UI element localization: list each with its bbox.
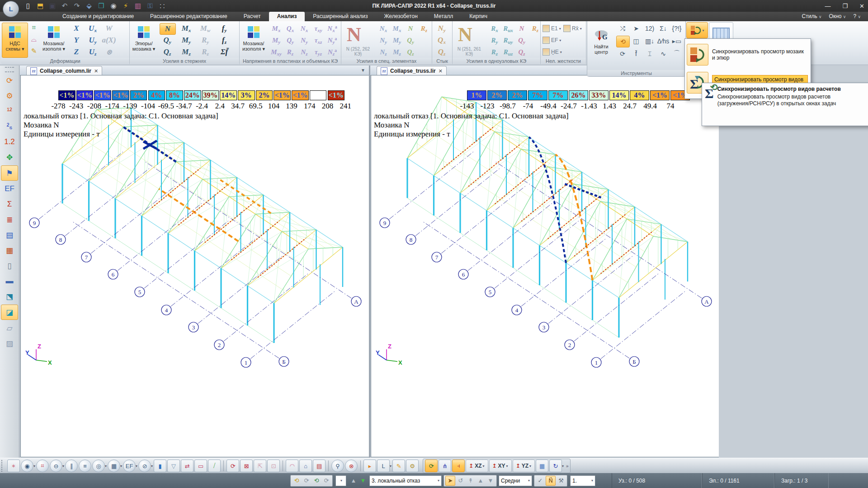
cursor-mode-icon[interactable]: ➤ (445, 476, 455, 486)
menu-right-Стиль[interactable]: Стиль ∨ (799, 12, 825, 21)
ribbon-letter-Mxy[interactable]: Mxy (269, 47, 284, 57)
history-fwd-icon[interactable]: ⟳ (322, 476, 331, 485)
node-numbers-icon[interactable]: ¹² (1, 104, 18, 118)
zoom-in-icon[interactable]: ⚲ (331, 460, 344, 472)
empty-combo[interactable]: ▾ (335, 475, 346, 486)
rotate-view-button[interactable]: ⟳ (425, 460, 438, 472)
ribbon-letter-Nz[interactable]: Nz (297, 47, 312, 57)
delta-hs-icon[interactable]: Δ⁄hs (657, 36, 670, 47)
view-xz-button[interactable]: ↥XZ ▾ (466, 460, 488, 472)
ribbon-letter-Qy[interactable]: Qy (403, 35, 418, 46)
foundation-icon[interactable]: ⌶ (643, 48, 656, 59)
pale-frame-icon[interactable]: ⇱ (254, 460, 266, 472)
big-n-button[interactable]: N (347, 25, 361, 45)
select-target-icon[interactable]: ◉ (21, 460, 33, 472)
ribbon-letter-Qy[interactable]: Qy (514, 35, 529, 46)
values-display-icon[interactable]: 1.2 (1, 135, 18, 149)
interaction-curve-icon[interactable]: ∿ (657, 48, 670, 59)
ribbon-letter-Mz[interactable]: Mz (389, 47, 405, 57)
ribbon-letter-My[interactable]: My (179, 35, 194, 46)
load-case-combo[interactable]: 3. локальный отказ▾ (369, 475, 442, 486)
extrude-icon[interactable]: ⬔ (1, 289, 18, 304)
isometric-view-button[interactable]: ⋔ (439, 460, 451, 472)
cursor-pick-icon[interactable]: ➤ (630, 23, 642, 34)
ribbon-letter-Uy[interactable]: Uy (85, 35, 100, 46)
blue-frame-icon[interactable]: ⌂ (299, 460, 312, 472)
sum-display-icon[interactable]: Σ (1, 197, 18, 211)
ribbon-letter-Ry[interactable]: Ry (487, 35, 502, 46)
brush-icon[interactable]: ⧸ (208, 460, 221, 472)
pencil-icon[interactable]: ✎ (392, 460, 405, 472)
close-button[interactable]: ✕ (859, 3, 864, 9)
tab-close-icon[interactable]: ✕ (439, 68, 443, 74)
ribbon-letter-N[interactable]: N (403, 23, 418, 34)
ribbon-letter-Nx[interactable]: Nx (376, 23, 391, 34)
block-3d-icon[interactable]: ▮ (154, 460, 166, 472)
ribbon-letter-Qy[interactable]: Qy (283, 35, 298, 46)
ribbon-letter-Ny[interactable]: Ny (434, 23, 449, 34)
brick-icon[interactable]: ▦ (1, 243, 18, 258)
ribbon-letter-Σf̄[interactable]: Σf̄ (217, 47, 232, 57)
sync-views-button[interactable]: ▾ (686, 22, 708, 38)
snapshot-icon[interactable]: ◉ (109, 1, 118, 10)
new-document-icon[interactable]: ▯ (24, 1, 33, 10)
ribbon-letter-Ruz[interactable]: Ruz (500, 47, 516, 57)
select-pen-icon-dropdown[interactable]: ▾ (151, 464, 153, 468)
animation-icon[interactable]: ▸▭ (670, 36, 683, 47)
document-tab[interactable]: 22Collapse_column.lir✕ (26, 66, 102, 75)
girder-icon[interactable]: ▬ (1, 274, 18, 288)
apply-check-icon[interactable]: ✓ (536, 476, 545, 485)
ribbon-letter-⊗[interactable]: ⊗ (101, 47, 117, 57)
ribbon-letter-Mw[interactable]: Mw (198, 23, 213, 34)
orbit-dropdown[interactable]: ▾ (562, 464, 564, 468)
zoom-cancel-icon[interactable]: ⊗ (345, 460, 358, 472)
pane-splitter[interactable] (369, 66, 370, 458)
ribbon-tab-расширенное-редактирование[interactable]: Расширенное редактирование (142, 12, 236, 21)
ribbon-tab-металл[interactable]: Металл (426, 12, 461, 21)
dimension-l-icon-dropdown[interactable]: ▾ (390, 464, 392, 468)
select-elements-icon-dropdown[interactable]: ▾ (62, 464, 64, 468)
swap-selection-icon[interactable]: ⇄ (181, 460, 193, 472)
qat-more-icon[interactable]: ⸬ (158, 1, 167, 10)
run-analysis-icon[interactable]: ⚡ (121, 1, 130, 10)
ribbon-letter-Rz[interactable]: Rz (416, 23, 432, 34)
mosaic-n-icon[interactable]: N⃗ (546, 476, 556, 486)
toolbar-overflow-icon[interactable]: » (566, 464, 569, 469)
ribbon-letter-Ruy[interactable]: Ruy (500, 35, 516, 46)
history-redo-icon[interactable]: ⟳ (302, 476, 311, 485)
view-yz-button[interactable]: ↥YZ ▾ (513, 460, 535, 472)
ribbon-tab-кирпич[interactable]: Кирпич (461, 12, 495, 21)
ribbon-letter-Ny[interactable]: Ny (376, 35, 391, 46)
plate-icon[interactable]: ▱ (1, 321, 18, 335)
book-icon[interactable]: ❒ (97, 1, 106, 10)
epure-mosaic-button[interactable]: Эпюры/мозаика ▾ (131, 23, 157, 58)
ribbon-letter-Nz[interactable]: Nz (376, 47, 391, 57)
select-target-icon-dropdown[interactable]: ▾ (33, 464, 35, 468)
ribbon-letter-My[interactable]: My (389, 35, 405, 46)
ribbon-letter-Rux[interactable]: Rux (500, 23, 516, 34)
down-mode-icon[interactable]: ▼ (486, 476, 495, 485)
ribbon-letter-Qy[interactable]: Qy (160, 35, 175, 46)
stiffness-e1-button[interactable]: E1 ▾ (542, 23, 561, 34)
ribbon-letter-Nx[interactable]: Nx (297, 23, 312, 34)
column-icon[interactable]: ▯ (1, 258, 18, 273)
ribbon-letter-Qz[interactable]: Qz (160, 47, 175, 57)
ribbon-letter-Qz[interactable]: Qz (434, 47, 449, 57)
settings-gear-icon[interactable]: ⚙ (1, 89, 18, 103)
view-xy-button[interactable]: ↥XY ▾ (489, 460, 512, 472)
pale-frame2-icon[interactable]: ⊡ (267, 460, 280, 472)
errors-icon[interactable]: {?!} (670, 23, 683, 34)
ribbon-letter-τxy[interactable]: τxy (311, 23, 326, 34)
ribbon-tab-анализ[interactable]: Анализ (269, 12, 305, 21)
ribbon-letter-N[interactable]: N (514, 23, 529, 34)
model-axes-icon[interactable]: ⤮ (616, 23, 629, 34)
numbering-icon[interactable]: 12) (643, 23, 656, 34)
hammer-icon[interactable]: ⚒ (557, 476, 566, 485)
averaging-combo[interactable]: Средни▾ (499, 475, 532, 486)
ribbon-letter-Mz[interactable]: Mz (179, 47, 194, 57)
select-elements-icon[interactable]: ⊖ (50, 460, 62, 472)
pencil-ruler-icon[interactable]: ✎ (28, 46, 40, 56)
stiffness-ẖe-button[interactable]: H̱E ▾ (542, 47, 562, 57)
node-mode-icon[interactable]: ↺ (456, 476, 465, 485)
ribbon-letter-Qz[interactable]: Qz (403, 47, 418, 57)
